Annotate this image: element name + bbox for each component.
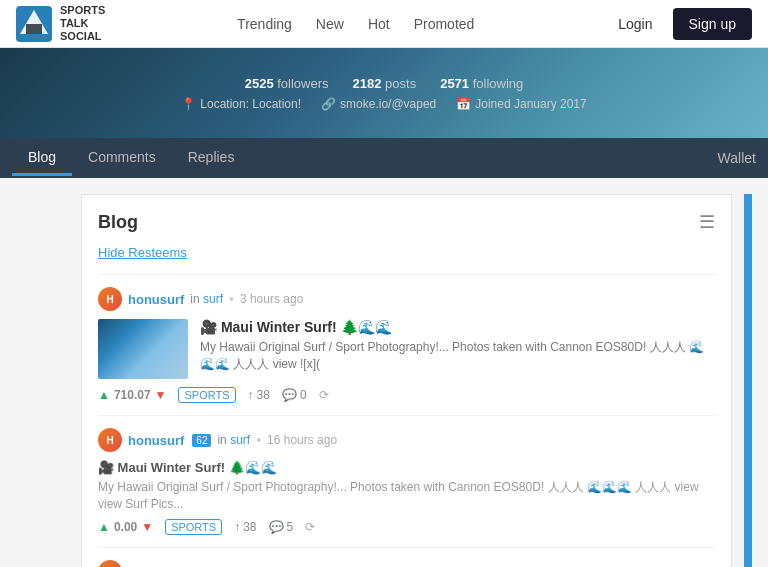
category-1: in surf [190, 292, 223, 306]
header: SPORTS TALK SOCIAL Trending New Hot Prom… [0, 0, 768, 48]
post-actions-1: ▲ 710.07 ▼ SPORTS ↑ 38 💬 0 ⟳ [98, 387, 715, 403]
author-badge-2: 62 [192, 434, 211, 447]
login-button[interactable]: Login [606, 10, 664, 38]
blog-post-3: H honusurf in surf • yesterday 🎥 Maui Wi… [98, 547, 715, 567]
followers-stat: 2525 followers [245, 76, 329, 91]
link-icon: 🔗 [321, 97, 336, 111]
avatar-2: H [98, 428, 122, 452]
left-sidebar [16, 194, 81, 567]
main-content: Blog ☰ Hide Resteems H honusurf in surf … [81, 194, 732, 567]
post-title-2[interactable]: 🎥 Maui Winter Surf! 🌲🌊🌊 [98, 460, 715, 475]
nav-new[interactable]: New [316, 16, 344, 32]
tab-comments[interactable]: Comments [72, 141, 172, 176]
smoke-meta: 🔗 smoke.io/@vaped [321, 97, 436, 111]
bullet-3: • [229, 564, 234, 567]
vote-score-1: 710.07 [114, 388, 151, 402]
logo-icon [16, 6, 52, 42]
content-wrapper: Blog ☰ Hide Resteems H honusurf in surf … [0, 178, 768, 567]
nav-hot[interactable]: Hot [368, 16, 390, 32]
blog-title: Blog [98, 212, 138, 233]
hero-meta: 📍 Location: Location! 🔗 smoke.io/@vaped … [181, 97, 586, 111]
time-1: 3 hours ago [240, 292, 303, 306]
post-text-1: 🎥 Maui Winter Surf! 🌲🌊🌊 My Hawaii Origin… [200, 319, 715, 379]
comments-count-1: 💬 0 [282, 388, 307, 402]
auth-buttons: Login Sign up [606, 8, 752, 40]
post-thumbnail-1 [98, 319, 188, 379]
main-nav: Trending New Hot Promoted [237, 16, 474, 32]
post-body-1: 🎥 Maui Winter Surf! 🌲🌊🌊 My Hawaii Origin… [98, 319, 715, 379]
nav-promoted[interactable]: Promoted [414, 16, 475, 32]
logo-text: SPORTS TALK SOCIAL [60, 4, 105, 44]
location-icon: 📍 [181, 97, 196, 111]
hero-banner: 2525 followers 2182 posts 2571 following… [0, 48, 768, 138]
author-1[interactable]: honusurf [128, 292, 184, 307]
following-stat: 2571 following [440, 76, 523, 91]
post-title-1[interactable]: 🎥 Maui Winter Surf! 🌲🌊🌊 [200, 319, 715, 335]
bullet-1: • [229, 291, 234, 307]
signup-button[interactable]: Sign up [673, 8, 752, 40]
bullet-2: • [256, 432, 261, 448]
tab-blog[interactable]: Blog [12, 141, 72, 176]
arrow-icon-1: ↑ [248, 388, 254, 402]
comment-icon-2: 💬 [269, 520, 284, 534]
sport-badge-1[interactable]: SPORTS [178, 387, 235, 403]
wallet-link[interactable]: Wallet [718, 150, 756, 166]
comments-count-2: 💬 5 [269, 520, 294, 534]
vote-down-1[interactable]: ▼ [155, 388, 167, 402]
vote-score-2: 0.00 [114, 520, 137, 534]
joined-meta: 📅 Joined January 2017 [456, 97, 586, 111]
svg-rect-2 [26, 24, 42, 34]
post-excerpt-1: My Hawaii Original Surf / Sport Photogra… [200, 339, 715, 373]
post-excerpt-2: My Hawaii Original Surf / Sport Photogra… [98, 479, 715, 513]
vote-up-1[interactable]: ▲ [98, 388, 110, 402]
replies-count-2: ↑ 38 [234, 520, 256, 534]
hide-resteems-link[interactable]: Hide Resteems [98, 245, 715, 260]
resteem-icon-2[interactable]: ⟳ [305, 520, 315, 534]
avatar-1: H [98, 287, 122, 311]
profile-tabs: Blog Comments Replies Wallet [0, 138, 768, 178]
hero-stats: 2525 followers 2182 posts 2571 following [245, 76, 524, 91]
arrow-icon-2: ↑ [234, 520, 240, 534]
logo: SPORTS TALK SOCIAL [16, 4, 105, 44]
blog-post-2: H honusurf 62 in surf • 16 hours ago 🎥 M… [98, 415, 715, 547]
comment-icon-1: 💬 [282, 388, 297, 402]
nav-trending[interactable]: Trending [237, 16, 292, 32]
author-2[interactable]: honusurf [128, 433, 184, 448]
post-meta-1: H honusurf in surf • 3 hours ago [98, 287, 715, 311]
category-2: in surf [217, 433, 250, 447]
post-meta-2: H honusurf 62 in surf • 16 hours ago [98, 428, 715, 452]
location-meta: 📍 Location: Location! [181, 97, 301, 111]
post-actions-2: ▲ 0.00 ▼ SPORTS ↑ 38 💬 5 ⟳ [98, 519, 715, 535]
right-sidebar-accent [744, 194, 752, 567]
vote-group-2: ▲ 0.00 ▼ [98, 520, 153, 534]
blog-header: Blog ☰ [98, 211, 715, 233]
calendar-icon: 📅 [456, 97, 471, 111]
post-meta-3: H honusurf in surf • yesterday [98, 560, 715, 567]
time-2: 16 hours ago [267, 433, 337, 447]
sport-badge-2[interactable]: SPORTS [165, 519, 222, 535]
blog-post-1: H honusurf in surf • 3 hours ago 🎥 Maui … [98, 274, 715, 415]
vote-down-2[interactable]: ▼ [141, 520, 153, 534]
replies-count-1: ↑ 38 [248, 388, 270, 402]
vote-group-1: ▲ 710.07 ▼ [98, 388, 166, 402]
posts-stat: 2182 posts [353, 76, 417, 91]
resteem-icon-1[interactable]: ⟳ [319, 388, 329, 402]
avatar-3: H [98, 560, 122, 567]
vote-up-2[interactable]: ▲ [98, 520, 110, 534]
tab-replies[interactable]: Replies [172, 141, 251, 176]
list-menu-icon[interactable]: ☰ [699, 211, 715, 233]
